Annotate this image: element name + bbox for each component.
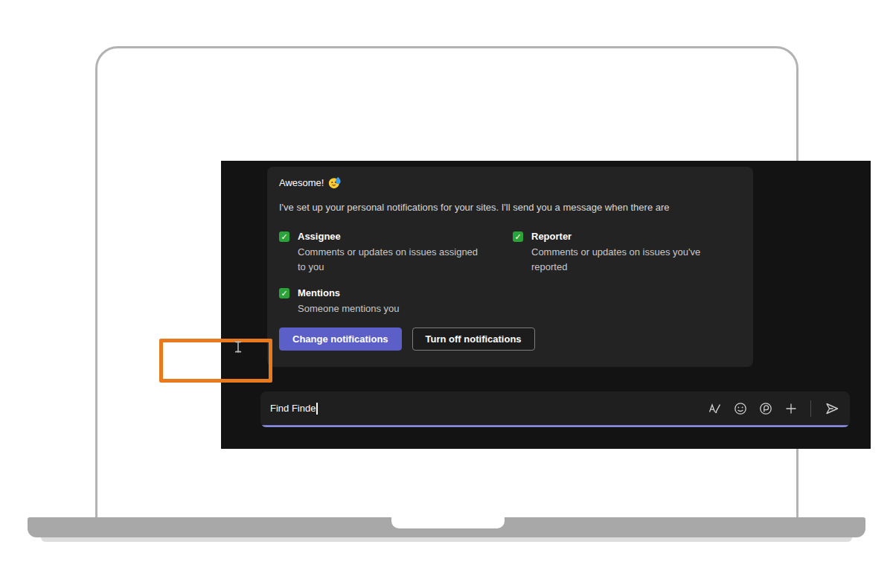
intro-text: I've set up your personal notifications … (279, 201, 741, 214)
option-reporter: ✓ Reporter Comments or updates on issues… (513, 231, 741, 275)
text-caret (316, 403, 318, 415)
bot-message-card: Awesome! I've set up your personal notif… (267, 167, 753, 367)
option-assignee: ✓ Assignee Comments or updates on issues… (279, 231, 513, 275)
laptop-screen-frame: Awesome! I've set up your personal notif… (95, 46, 798, 521)
message-input[interactable]: Find Finde (270, 392, 318, 425)
compose-toolbar (708, 392, 841, 425)
laptop-base (28, 517, 865, 537)
smiling-face-with-sweat-emoji (328, 176, 341, 189)
option-label: Mentions (298, 287, 400, 298)
option-label: Assignee (298, 231, 484, 242)
message-input-value: Find Finde (270, 403, 316, 414)
format-icon[interactable] (708, 401, 723, 416)
option-description: Someone mentions you (298, 301, 400, 316)
compose-focus-underline (260, 425, 850, 427)
ibeam-cursor (235, 340, 244, 354)
turn-off-notifications-button[interactable]: Turn off notifications (412, 327, 535, 351)
option-description: Comments or updates on issues you've rep… (531, 245, 717, 275)
option-label: Reporter (531, 231, 717, 242)
toolbar-divider (810, 400, 811, 417)
page: Awesome! I've set up your personal notif… (0, 0, 893, 588)
add-icon[interactable] (784, 401, 798, 416)
laptop-base-notch (391, 517, 505, 528)
change-notifications-button[interactable]: Change notifications (279, 327, 402, 351)
assignee-checkbox[interactable]: ✓ (279, 231, 289, 242)
message-compose-box[interactable]: Find Finde (260, 392, 850, 427)
emoji-icon[interactable] (733, 401, 748, 416)
reporter-checkbox[interactable]: ✓ (513, 231, 523, 242)
loop-icon[interactable] (758, 401, 773, 416)
notification-options: ✓ Assignee Comments or updates on issues… (279, 231, 741, 316)
option-mentions: ✓ Mentions Someone mentions you (279, 287, 513, 316)
mentions-checkbox[interactable]: ✓ (279, 288, 289, 298)
laptop-base-shadow (41, 537, 852, 542)
option-description: Comments or updates on issues assigned t… (298, 245, 484, 275)
card-actions: Change notifications Turn off notificati… (279, 327, 741, 351)
teams-chat-panel: Awesome! I've set up your personal notif… (221, 161, 871, 449)
greeting-text: Awesome! (279, 177, 324, 188)
greeting-row: Awesome! (279, 176, 741, 189)
send-icon[interactable] (823, 400, 841, 418)
